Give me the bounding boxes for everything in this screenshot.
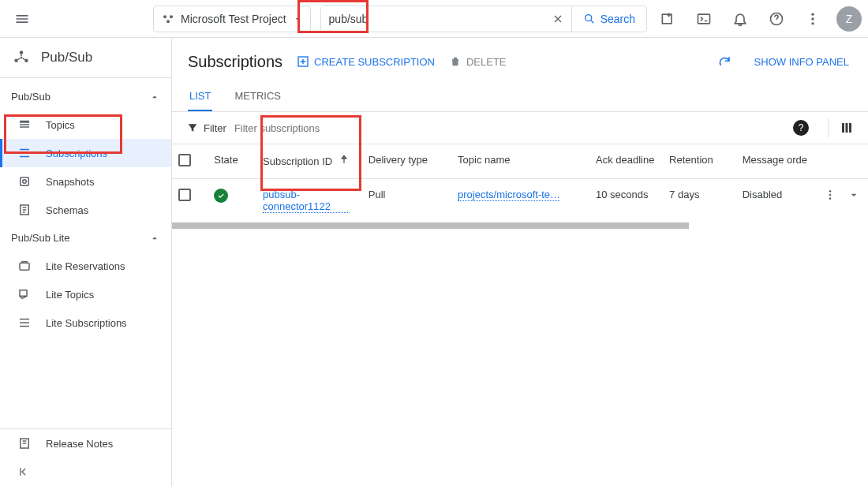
sidebar-section-label: Pub/Sub xyxy=(11,91,51,103)
sidebar-item-lite-subscriptions[interactable]: Lite Subscriptions xyxy=(0,308,171,337)
sidebar-release-notes[interactable]: Release Notes xyxy=(0,429,171,458)
svg-point-26 xyxy=(829,190,831,193)
select-all-checkbox[interactable] xyxy=(178,154,191,166)
refresh-button[interactable] xyxy=(712,49,737,74)
filter-label-text: Filter xyxy=(204,122,226,134)
search-box: Search xyxy=(320,6,647,32)
svg-point-0 xyxy=(163,15,166,18)
col-subscription-id[interactable]: Subscription ID xyxy=(256,144,362,179)
columns-icon xyxy=(840,121,854,135)
chevron-up-icon xyxy=(149,92,160,103)
svg-rect-4 xyxy=(662,14,672,24)
sidebar-item-label: Schemas xyxy=(46,204,88,216)
sidebar-collapse-button[interactable] xyxy=(0,458,171,486)
create-subscription-button[interactable]: CREATE SUBSCRIPTION xyxy=(297,55,435,68)
svg-point-12 xyxy=(24,58,28,62)
cell-delivery-type: Pull xyxy=(362,179,451,223)
create-shortcut-icon[interactable] xyxy=(652,3,683,35)
sidebar-item-topics[interactable]: Topics xyxy=(0,110,171,139)
svg-rect-25 xyxy=(849,123,851,133)
svg-point-27 xyxy=(829,194,831,196)
main-content: Subscriptions CREATE SUBSCRIPTION DELETE… xyxy=(172,38,868,486)
page-title: Subscriptions xyxy=(188,53,282,71)
search-input[interactable] xyxy=(321,6,544,32)
svg-point-3 xyxy=(585,14,591,21)
cell-message-ordering: Disabled xyxy=(736,179,817,223)
hamburger-menu-icon[interactable] xyxy=(6,3,38,35)
sidebar-item-label: Release Notes xyxy=(46,438,113,450)
search-button[interactable]: Search xyxy=(571,6,646,32)
col-message-ordering[interactable]: Message orde xyxy=(736,144,817,179)
cell-retention: 7 days xyxy=(663,179,736,223)
col-ack-deadline[interactable]: Ack deadline xyxy=(589,144,663,179)
svg-point-11 xyxy=(14,58,18,62)
svg-point-2 xyxy=(166,20,170,23)
filter-help-icon[interactable]: ? xyxy=(793,120,809,136)
project-name: Microsoft Test Project xyxy=(181,13,286,25)
sidebar-item-schemas[interactable]: Schemas xyxy=(0,196,171,224)
show-info-panel-button[interactable]: SHOW INFO PANEL xyxy=(751,56,852,68)
status-active-icon xyxy=(214,189,228,203)
notifications-icon[interactable] xyxy=(724,3,756,35)
chevron-up-icon xyxy=(149,233,160,244)
sidebar-item-lite-topics[interactable]: Lite Topics xyxy=(0,280,171,308)
top-bar: Microsoft Test Project Search Z xyxy=(0,0,868,38)
subscription-link[interactable]: pubsub-connector1122 xyxy=(263,189,350,213)
sidebar: Pub/Sub Pub/Sub Topics Subscriptions Sna… xyxy=(0,38,172,486)
sidebar-section-pubsub-lite[interactable]: Pub/Sub Lite xyxy=(0,224,171,252)
svg-point-13 xyxy=(21,57,23,59)
svg-rect-23 xyxy=(842,123,844,133)
cell-ack-deadline: 10 seconds xyxy=(589,179,663,223)
svg-point-10 xyxy=(20,50,24,54)
svg-point-28 xyxy=(829,197,831,200)
delete-button[interactable]: DELETE xyxy=(449,55,507,68)
row-expand-icon[interactable] xyxy=(847,189,860,201)
sidebar-item-label: Lite Topics xyxy=(46,289,94,301)
help-icon[interactable] xyxy=(761,3,792,35)
cloud-shell-icon[interactable] xyxy=(688,3,720,35)
sidebar-section-pubsub[interactable]: Pub/Sub xyxy=(0,83,171,110)
svg-rect-20 xyxy=(20,263,29,270)
sidebar-item-label: Subscriptions xyxy=(46,148,107,159)
chevron-left-icon xyxy=(17,465,30,478)
sidebar-item-label: Lite Reservations xyxy=(46,260,125,272)
sidebar-item-snapshots[interactable]: Snapshots xyxy=(0,167,171,196)
create-subscription-label: CREATE SUBSCRIPTION xyxy=(314,56,435,68)
search-button-label: Search xyxy=(600,13,635,25)
row-more-icon[interactable] xyxy=(824,189,836,201)
project-picker[interactable]: Microsoft Test Project xyxy=(153,6,311,32)
search-icon xyxy=(583,13,596,25)
more-icon[interactable] xyxy=(797,3,829,35)
product-title: Pub/Sub xyxy=(0,38,171,78)
tab-list[interactable]: LIST xyxy=(188,82,212,111)
col-subscription-id-label: Subscription ID xyxy=(263,155,332,167)
svg-rect-15 xyxy=(20,124,29,125)
filter-icon xyxy=(186,122,199,134)
sidebar-section-label: Pub/Sub Lite xyxy=(11,232,69,244)
svg-rect-17 xyxy=(21,178,29,186)
svg-point-1 xyxy=(170,15,173,18)
avatar-letter: Z xyxy=(846,13,853,25)
pubsub-icon xyxy=(13,49,30,66)
col-retention[interactable]: Retention xyxy=(663,144,736,179)
svg-rect-24 xyxy=(846,123,848,133)
tab-metrics[interactable]: METRICS xyxy=(233,82,282,111)
plus-icon xyxy=(297,55,309,68)
avatar[interactable]: Z xyxy=(836,6,862,32)
col-state[interactable]: State xyxy=(208,144,256,179)
chevron-down-icon xyxy=(293,14,302,24)
svg-rect-16 xyxy=(20,126,29,128)
filter-input[interactable] xyxy=(234,122,785,134)
topic-link[interactable]: projects/microsoft-te… xyxy=(458,189,560,201)
col-delivery-type[interactable]: Delivery type xyxy=(362,144,451,179)
sidebar-item-label: Snapshots xyxy=(46,176,94,188)
sidebar-item-label: Lite Subscriptions xyxy=(46,317,127,329)
sidebar-item-subscriptions[interactable]: Subscriptions xyxy=(0,139,171,167)
search-clear-icon[interactable] xyxy=(544,6,571,32)
horizontal-scrollbar[interactable] xyxy=(172,222,689,229)
col-topic-name[interactable]: Topic name xyxy=(451,144,589,179)
row-checkbox[interactable] xyxy=(178,189,191,201)
sidebar-item-lite-reservations[interactable]: Lite Reservations xyxy=(0,252,171,280)
svg-rect-14 xyxy=(20,121,29,123)
columns-button[interactable] xyxy=(828,118,854,137)
